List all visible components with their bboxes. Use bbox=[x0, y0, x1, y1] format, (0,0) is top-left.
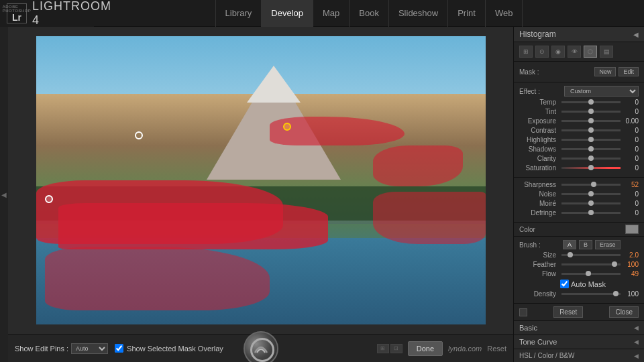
exposure-slider[interactable] bbox=[561, 120, 621, 122]
pin-dot-2[interactable] bbox=[283, 123, 291, 131]
flow-slider[interactable] bbox=[561, 273, 621, 275]
lr-text: Lr bbox=[12, 13, 21, 22]
crop-tool-icon[interactable]: ⊙ bbox=[535, 46, 549, 58]
histogram-collapse-icon[interactable]: ◀ bbox=[633, 31, 639, 38]
mountain bbox=[207, 59, 341, 180]
photo-container[interactable] bbox=[8, 27, 513, 334]
logo-area: ADOBE PHOTOSHOP Lr LIGHTROOM 4 bbox=[0, 0, 94, 27]
saturation-thumb[interactable] bbox=[588, 165, 594, 170]
shadows-slider[interactable] bbox=[561, 148, 621, 150]
tone-curve-section-header[interactable]: Tone Curve ◀ bbox=[514, 335, 644, 349]
close-button[interactable]: Close bbox=[609, 306, 639, 318]
brush-label-row: Brush : A B Erase bbox=[519, 240, 639, 249]
highlights-slider[interactable] bbox=[561, 139, 621, 141]
tint-slider[interactable] bbox=[561, 111, 621, 113]
nav-slideshow[interactable]: Slideshow bbox=[389, 0, 448, 27]
moire-thumb[interactable] bbox=[588, 200, 594, 206]
sharpness-slider[interactable] bbox=[561, 184, 621, 186]
fit-icon[interactable]: ⊡ bbox=[390, 344, 402, 353]
brush-tool-icon[interactable]: ⬡ bbox=[584, 46, 597, 58]
edit-mask-button[interactable]: Edit bbox=[619, 67, 639, 76]
mask-section: Mask : New Edit bbox=[514, 62, 644, 82]
grid-tool-icon[interactable]: ⊞ bbox=[519, 46, 533, 58]
defringe-thumb[interactable] bbox=[588, 210, 594, 215]
nav-develop[interactable]: Develop bbox=[262, 0, 313, 27]
tint-value: 0 bbox=[622, 108, 639, 115]
histogram-header[interactable]: Histogram ◀ bbox=[514, 27, 644, 42]
sharpness-label: Sharpness bbox=[519, 181, 556, 188]
saturation-value: 0 bbox=[622, 164, 639, 172]
noise-thumb[interactable] bbox=[588, 191, 594, 196]
noise-value: 0 bbox=[622, 190, 639, 198]
reset-button[interactable]: Reset bbox=[553, 306, 583, 318]
size-row: Size 2.0 bbox=[519, 251, 639, 259]
exposure-label: Exposure bbox=[519, 117, 556, 125]
show-mask-label: Show Selected Mask Overlay bbox=[127, 345, 223, 353]
mask-row: Mask : New Edit bbox=[519, 65, 639, 78]
flow-thumb[interactable] bbox=[586, 271, 591, 276]
contrast-thumb[interactable] bbox=[588, 127, 594, 133]
zoom-icon[interactable]: ⊞ bbox=[377, 344, 389, 353]
density-thumb[interactable] bbox=[613, 291, 619, 296]
effect-select[interactable]: Custom bbox=[564, 86, 639, 97]
color-swatch[interactable] bbox=[625, 225, 639, 234]
size-thumb[interactable] bbox=[568, 252, 573, 257]
mask-label: Mask : bbox=[519, 68, 539, 76]
nav-map[interactable]: Map bbox=[313, 0, 350, 27]
saturation-label: Saturation bbox=[519, 164, 556, 172]
temp-label: Temp bbox=[519, 99, 556, 106]
nav-book[interactable]: Book bbox=[350, 0, 389, 27]
defringe-slider[interactable] bbox=[561, 212, 621, 214]
nav-print[interactable]: Print bbox=[448, 0, 486, 27]
temp-thumb[interactable] bbox=[588, 99, 594, 105]
effect-section: Effect : Custom Temp 0 Tint 0 bbox=[514, 82, 644, 178]
temp-slider[interactable] bbox=[561, 101, 621, 103]
saturation-slider[interactable] bbox=[561, 167, 621, 169]
contrast-label: Contrast bbox=[519, 127, 556, 134]
redeye-tool-icon[interactable]: 👁 bbox=[568, 46, 581, 58]
tint-thumb[interactable] bbox=[588, 109, 594, 114]
basic-section-header[interactable]: Basic ◀ bbox=[514, 321, 644, 335]
photo-image[interactable] bbox=[36, 36, 486, 324]
feather-thumb[interactable] bbox=[612, 261, 617, 267]
nav-library[interactable]: Library bbox=[215, 0, 262, 27]
brush-b-button[interactable]: B bbox=[579, 240, 592, 249]
show-edit-pins-select[interactable]: Auto Always Never bbox=[71, 343, 108, 354]
spot-tool-icon[interactable]: ◉ bbox=[551, 46, 565, 58]
bottom-center-logo bbox=[244, 331, 278, 363]
flow-value: 49 bbox=[622, 270, 639, 278]
new-mask-button[interactable]: New bbox=[594, 67, 616, 76]
pin-dot-1[interactable] bbox=[135, 131, 143, 139]
sharpness-row: Sharpness 52 bbox=[519, 181, 639, 188]
brush-a-button[interactable]: A bbox=[563, 240, 576, 249]
left-arrow-icon: ◀ bbox=[1, 191, 7, 198]
feather-slider[interactable] bbox=[561, 263, 621, 265]
shadows-row: Shadows 0 bbox=[519, 145, 639, 153]
action-checkbox[interactable] bbox=[519, 308, 527, 316]
clarity-thumb[interactable] bbox=[588, 156, 594, 161]
feather-label: Feather bbox=[519, 261, 556, 268]
photo-wrapper bbox=[36, 36, 486, 324]
exposure-thumb[interactable] bbox=[588, 118, 594, 123]
highlights-thumb[interactable] bbox=[588, 137, 594, 142]
sharpness-thumb[interactable] bbox=[591, 182, 596, 187]
moire-slider[interactable] bbox=[561, 202, 621, 204]
defringe-row: Defringe 0 bbox=[519, 209, 639, 217]
brush-erase-button[interactable]: Erase bbox=[595, 240, 621, 249]
bottom-bar: Show Edit Pins : Auto Always Never Show … bbox=[8, 334, 513, 362]
color-section: Color bbox=[514, 223, 644, 237]
contrast-slider[interactable] bbox=[561, 129, 621, 131]
show-mask-checkbox[interactable] bbox=[115, 344, 123, 353]
shadows-thumb[interactable] bbox=[588, 146, 594, 152]
done-button[interactable]: Done bbox=[408, 341, 443, 356]
size-slider[interactable] bbox=[561, 254, 621, 256]
pin-dot-3[interactable] bbox=[45, 195, 53, 203]
auto-mask-checkbox[interactable] bbox=[560, 280, 569, 288]
gradient-tool-icon[interactable]: ▤ bbox=[600, 46, 613, 58]
density-slider[interactable] bbox=[561, 293, 621, 295]
noise-slider[interactable] bbox=[561, 193, 621, 195]
nav-web[interactable]: Web bbox=[486, 0, 523, 27]
clarity-slider[interactable] bbox=[561, 158, 621, 160]
left-panel-toggle[interactable]: ◀ bbox=[0, 27, 8, 362]
hsl-section-header[interactable]: HSL / Color / B&W ◀ bbox=[514, 349, 644, 362]
